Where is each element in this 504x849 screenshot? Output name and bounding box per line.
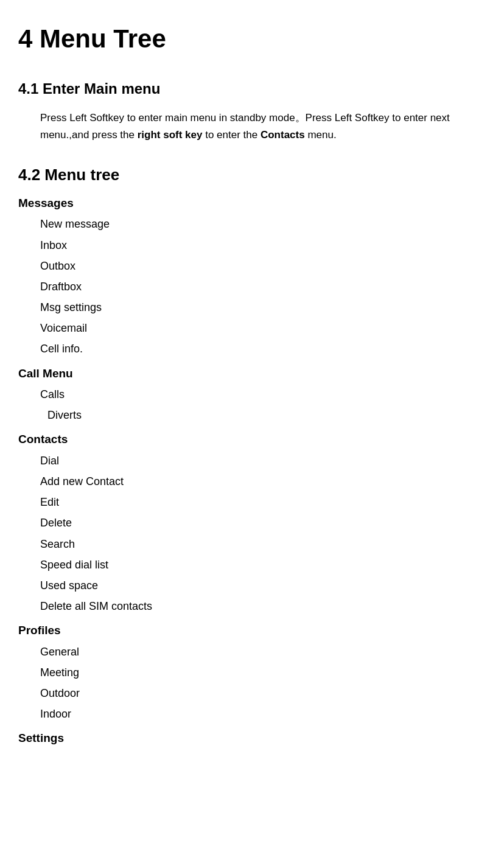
menu-item-inbox: Inbox xyxy=(40,235,486,256)
menu-item-indoor: Indoor xyxy=(40,704,486,724)
menu-item-outbox: Outbox xyxy=(40,256,486,276)
menu-tree: Messages New message Inbox Outbox Draftb… xyxy=(18,194,486,748)
menu-item-new-message: New message xyxy=(40,214,486,234)
menu-item-general: General xyxy=(40,641,486,662)
menu-item-calls: Calls xyxy=(40,384,486,405)
section-42-heading: 4.2 Menu tree xyxy=(18,162,486,188)
menu-item-meeting: Meeting xyxy=(40,662,486,683)
menu-category-contacts: Contacts Dial Add new Contact Edit Delet… xyxy=(18,430,486,617)
menu-item-outdoor: Outdoor xyxy=(40,683,486,704)
category-label-messages: Messages xyxy=(18,194,486,212)
section-41-heading: 4.1 Enter Main menu xyxy=(18,77,486,100)
menu-item-cell-info: Cell info. xyxy=(40,338,486,359)
menu-category-call-menu: Call Menu Calls Diverts xyxy=(18,365,486,426)
menu-item-delete-all-sim-contacts: Delete all SIM contacts xyxy=(40,596,486,617)
menu-item-voicemail: Voicemail xyxy=(40,318,486,338)
category-label-profiles: Profiles xyxy=(18,621,486,640)
page-title: 4 Menu Tree xyxy=(18,18,486,59)
menu-item-add-new-contact: Add new Contact xyxy=(40,471,486,492)
menu-item-speed-dial-list: Speed dial list xyxy=(40,554,486,575)
menu-item-draftbox: Draftbox xyxy=(40,276,486,297)
menu-item-search: Search xyxy=(40,534,486,554)
menu-category-profiles: Profiles General Meeting Outdoor Indoor xyxy=(18,621,486,724)
intro-paragraph: Press Left Softkey to enter main menu in… xyxy=(40,110,486,145)
category-label-settings: Settings xyxy=(18,729,486,747)
menu-category-messages: Messages New message Inbox Outbox Draftb… xyxy=(18,194,486,360)
menu-item-used-space: Used space xyxy=(40,575,486,596)
menu-item-msg-settings: Msg settings xyxy=(40,297,486,318)
menu-category-settings: Settings xyxy=(18,729,486,747)
menu-item-delete: Delete xyxy=(40,512,486,533)
menu-item-diverts: Diverts xyxy=(47,405,486,425)
category-label-call-menu: Call Menu xyxy=(18,365,486,383)
menu-item-dial: Dial xyxy=(40,450,486,471)
menu-item-edit: Edit xyxy=(40,492,486,512)
category-label-contacts: Contacts xyxy=(18,430,486,449)
